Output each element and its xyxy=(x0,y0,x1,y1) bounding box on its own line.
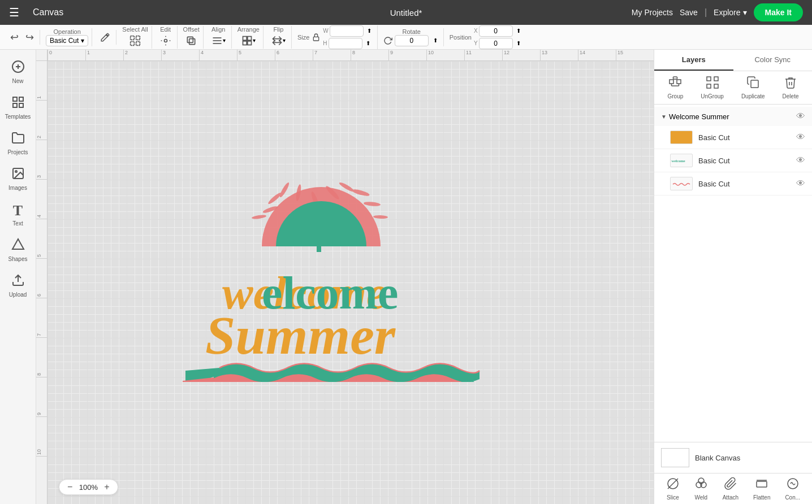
sidebar-shapes-label: Shapes xyxy=(8,256,28,262)
offset-button[interactable] xyxy=(183,33,199,49)
y-stepper[interactable]: ⬆ xyxy=(514,38,523,49)
tab-color-sync[interactable]: Color Sync xyxy=(733,50,813,71)
sidebar-item-images[interactable]: Images xyxy=(0,161,36,197)
new-icon xyxy=(11,60,25,77)
height-input[interactable] xyxy=(329,38,362,49)
layer-item-1[interactable]: Sw Basic Cut 👁 xyxy=(654,126,812,149)
sidebar-item-text[interactable]: T Text xyxy=(0,197,36,232)
save-link[interactable]: Save xyxy=(680,8,698,17)
x-stepper[interactable]: ⬆ xyxy=(514,25,523,36)
explore-button[interactable]: Explore ▾ xyxy=(714,8,746,17)
group-tool[interactable]: Group xyxy=(668,76,684,99)
select-all-label: Select All xyxy=(122,26,148,33)
layer-item-3[interactable]: Basic Cut 👁 xyxy=(654,172,812,195)
chevron-down-icon: ▾ xyxy=(81,37,84,45)
layer-visibility-1[interactable]: 👁 xyxy=(796,132,805,142)
canvas-content[interactable]: welcome elcome Summer − xyxy=(47,61,654,504)
height-stepper[interactable]: ⬆ xyxy=(364,38,373,49)
arrange-button[interactable]: ▾ xyxy=(239,33,258,49)
sidebar-projects-label: Projects xyxy=(7,149,28,155)
y-input[interactable]: 0 xyxy=(479,38,513,49)
nav-divider: | xyxy=(705,7,707,18)
flatten-tool[interactable]: Flatten xyxy=(753,477,771,501)
sidebar-item-upload[interactable]: Upload xyxy=(0,268,36,303)
ungroup-tool[interactable]: UnGroup xyxy=(701,76,724,99)
svg-point-32 xyxy=(364,201,381,207)
select-all-section: Select All xyxy=(119,26,152,49)
sidebar-item-templates[interactable]: Templates xyxy=(0,90,36,125)
make-it-button[interactable]: Make It xyxy=(754,3,803,21)
attach-tool[interactable]: Attach xyxy=(723,477,738,501)
svg-rect-53 xyxy=(714,84,718,88)
tab-layers[interactable]: Layers xyxy=(654,50,733,71)
svg-rect-2 xyxy=(131,41,135,45)
delete-icon xyxy=(784,76,797,92)
redo-button[interactable]: ↪ xyxy=(23,30,36,45)
delete-tool[interactable]: Delete xyxy=(783,76,799,99)
svg-rect-22 xyxy=(13,103,17,107)
layer-group-header[interactable]: ▼ Welcome Summer 👁 xyxy=(654,107,812,126)
toolbar: ↩ ↪ Operation Basic Cut ▾ Select All Edi… xyxy=(0,25,812,50)
design-svg[interactable]: welcome elcome Summer xyxy=(140,133,491,382)
slice-tool[interactable]: Slice xyxy=(666,477,680,501)
width-stepper[interactable]: ⬆ xyxy=(365,25,374,36)
text-icon: T xyxy=(13,202,23,219)
canvas-area[interactable]: 0 1 2 3 4 5 6 7 8 9 10 11 12 13 14 15 xyxy=(36,50,654,504)
layer-visibility-3[interactable]: 👁 xyxy=(796,179,805,189)
align-button[interactable]: ▾ xyxy=(209,33,228,49)
rotate-input[interactable]: 0 xyxy=(395,35,429,46)
sidebar-text-label: Text xyxy=(12,220,23,227)
arrange-section: Arrange ▾ xyxy=(234,26,264,49)
chevron-down-icon: ▾ xyxy=(253,37,256,44)
weld-tool[interactable]: Weld xyxy=(694,477,708,501)
size-section: Size W ⬆ H ⬆ xyxy=(294,25,378,49)
svg-marker-26 xyxy=(12,239,24,249)
layer-visibility-2[interactable]: 👁 xyxy=(796,155,805,166)
edit-section: Edit xyxy=(154,26,178,49)
right-panel: Layers Color Sync Group UnGroup xyxy=(654,50,812,504)
layer-item-2[interactable]: welcome Basic Cut 👁 xyxy=(654,149,812,172)
chevron-down-icon: ▾ xyxy=(743,8,747,17)
contour-tool[interactable]: Con... xyxy=(785,477,800,501)
edit-button[interactable] xyxy=(158,33,174,49)
ruler-corner xyxy=(36,50,47,61)
menu-icon[interactable]: ☰ xyxy=(9,6,19,19)
layer-thumb-2: welcome xyxy=(670,154,693,167)
svg-text:welcome: welcome xyxy=(672,159,685,163)
zoom-out-button[interactable]: − xyxy=(65,482,75,492)
group-label: Group xyxy=(668,93,684,99)
edit-label: Edit xyxy=(160,26,171,33)
sidebar-item-shapes[interactable]: Shapes xyxy=(0,232,36,268)
rotate-stepper[interactable]: ⬆ xyxy=(431,35,440,46)
h-label: H xyxy=(323,40,327,46)
sidebar-item-projects[interactable]: Projects xyxy=(0,125,36,161)
select-all-button[interactable] xyxy=(127,33,143,49)
sidebar-images-label: Images xyxy=(8,185,27,191)
svg-point-35 xyxy=(267,192,282,206)
flip-button[interactable]: ▾ xyxy=(269,33,288,49)
project-name[interactable]: Untitled* xyxy=(390,8,422,18)
operation-dropdown[interactable]: Basic Cut ▾ xyxy=(46,35,88,46)
width-input[interactable] xyxy=(330,25,364,37)
blank-canvas-row[interactable]: Blank Canvas xyxy=(654,442,812,473)
svg-rect-20 xyxy=(13,97,17,101)
svg-rect-6 xyxy=(189,38,195,44)
layer-thumb-3 xyxy=(670,177,693,190)
panel-tabs: Layers Color Sync xyxy=(654,50,812,71)
duplicate-tool[interactable]: Duplicate xyxy=(741,76,765,99)
zoom-in-button[interactable]: + xyxy=(102,482,111,492)
x-input[interactable]: 0 xyxy=(479,25,513,37)
undo-button[interactable]: ↩ xyxy=(8,30,21,45)
svg-rect-12 xyxy=(243,41,247,45)
edit-pen-button[interactable] xyxy=(98,30,113,45)
sidebar-item-new[interactable]: New xyxy=(0,54,36,90)
svg-rect-1 xyxy=(136,36,140,40)
operation-section: Operation Basic Cut ▾ xyxy=(42,28,92,46)
lock-icon xyxy=(312,33,321,42)
operation-group: Operation Basic Cut ▾ xyxy=(46,28,88,46)
slice-label: Slice xyxy=(667,494,679,501)
app-title: Canvas xyxy=(33,7,63,18)
group-collapse-icon: ▼ xyxy=(661,114,667,120)
my-projects-link[interactable]: My Projects xyxy=(632,8,673,17)
group-visibility-icon[interactable]: 👁 xyxy=(796,111,805,121)
